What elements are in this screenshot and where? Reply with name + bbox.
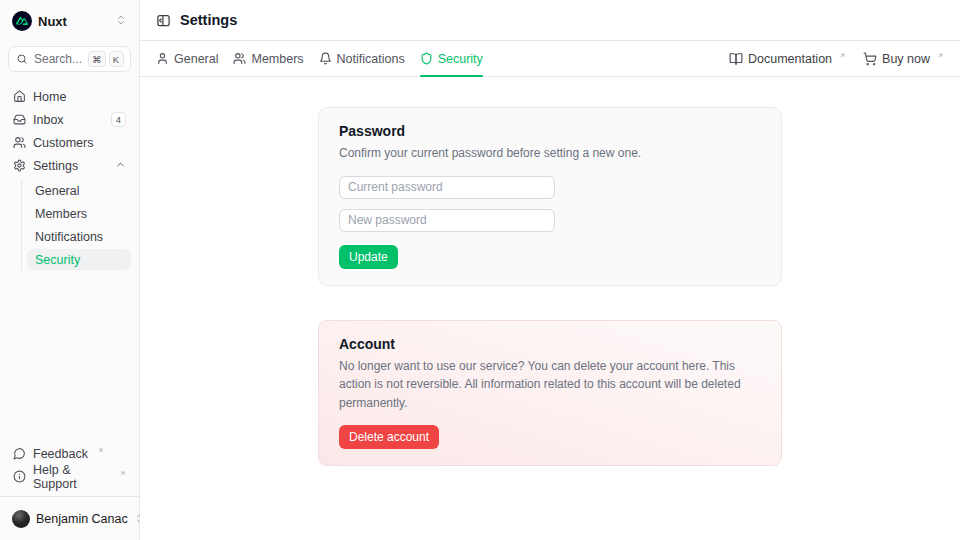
tab-notifications[interactable]: Notifications: [319, 41, 405, 76]
sidebar-item-security[interactable]: Security: [27, 249, 131, 270]
tab-label: General: [174, 52, 218, 66]
tab-members[interactable]: Members: [233, 41, 303, 76]
sidebar-item-members[interactable]: Members: [27, 203, 131, 224]
delete-account-button[interactable]: Delete account: [339, 425, 439, 449]
help-support-link[interactable]: Help & Support: [8, 466, 131, 487]
sidebar-item-label: Notifications: [35, 230, 103, 244]
gear-icon: [13, 159, 26, 172]
inbox-icon: [13, 113, 26, 126]
tab-security[interactable]: Security: [420, 41, 483, 76]
user-icon: [156, 52, 169, 65]
documentation-label: Documentation: [748, 52, 832, 66]
password-card-description: Confirm your current password before set…: [339, 144, 761, 163]
tab-general[interactable]: General: [156, 41, 218, 76]
sidebar-item-label: Members: [35, 207, 87, 221]
sidebar-item-label: Settings: [33, 159, 78, 173]
current-password-field[interactable]: [339, 176, 555, 199]
shield-icon: [420, 52, 433, 65]
divider: [0, 496, 139, 497]
panel-left-close-icon: [156, 13, 171, 28]
inbox-count-badge: 4: [111, 112, 126, 127]
account-card-description: No longer want to use our service? You c…: [339, 357, 761, 413]
app-window: Nuxt Search... ⌘ K Home Inbox 4 Cu: [0, 0, 960, 540]
info-icon: [13, 470, 26, 483]
sidebar-item-notifications[interactable]: Notifications: [27, 226, 131, 247]
bell-icon: [319, 52, 332, 65]
sidebar-item-settings[interactable]: Settings: [8, 155, 131, 176]
avatar: [12, 510, 30, 528]
sidebar-item-label: Inbox: [33, 113, 64, 127]
sidebar-item-label: General: [35, 184, 79, 198]
user-menu[interactable]: Benjamin Canac: [8, 506, 131, 532]
sidebar-footer: Feedback Help & Support Benjamin Canac: [8, 443, 131, 532]
update-password-button[interactable]: Update: [339, 245, 398, 269]
external-link-icon: [839, 48, 846, 62]
external-link-icon: [119, 466, 126, 480]
settings-submenu: General Members Notifications Security: [21, 180, 131, 270]
sidebar-item-label: Home: [33, 90, 66, 104]
buy-now-label: Buy now: [882, 52, 930, 66]
search-icon: [16, 53, 28, 65]
user-name: Benjamin Canac: [36, 512, 128, 526]
sidebar-nav: Home Inbox 4 Customers Settings General …: [8, 86, 131, 270]
tab-label: Security: [438, 52, 483, 66]
users-icon: [13, 136, 26, 149]
account-card: Account No longer want to use our servic…: [318, 320, 782, 467]
search-kbd-group: ⌘ K: [88, 51, 124, 67]
sidebar-item-label: Customers: [33, 136, 93, 150]
sidebar-item-inbox[interactable]: Inbox 4: [8, 109, 131, 130]
kbd-k: K: [109, 51, 124, 67]
sidebar-item-label: Security: [35, 253, 80, 267]
workspace-name: Nuxt: [38, 14, 67, 29]
book-open-icon: [729, 52, 743, 66]
tab-label: Notifications: [337, 52, 405, 66]
password-fields: [339, 176, 761, 232]
nuxt-logo-icon: [12, 11, 32, 31]
help-support-label: Help & Support: [33, 463, 110, 491]
feedback-label: Feedback: [33, 447, 88, 461]
password-card-title: Password: [339, 123, 761, 139]
password-card: Password Confirm your current password b…: [318, 107, 782, 286]
settings-content: Password Confirm your current password b…: [140, 77, 960, 540]
sidebar-item-customers[interactable]: Customers: [8, 132, 131, 153]
workspace-switcher[interactable]: Nuxt: [8, 8, 131, 34]
sidebar: Nuxt Search... ⌘ K Home Inbox 4 Cu: [0, 0, 140, 540]
chevron-up-down-icon: [115, 12, 127, 30]
documentation-link[interactable]: Documentation: [729, 41, 846, 76]
search-placeholder: Search...: [34, 52, 82, 66]
shopping-cart-icon: [863, 52, 877, 66]
external-link-icon: [97, 443, 104, 457]
page-title: Settings: [180, 12, 237, 28]
sidebar-item-home[interactable]: Home: [8, 86, 131, 107]
account-card-title: Account: [339, 336, 761, 352]
buy-now-link[interactable]: Buy now: [863, 41, 944, 76]
users-icon: [233, 52, 246, 65]
page-header: Settings: [140, 0, 960, 41]
chevron-up-icon: [115, 159, 126, 173]
home-icon: [13, 90, 26, 103]
chat-bubble-icon: [13, 447, 26, 460]
tab-label: Members: [251, 52, 303, 66]
sidebar-item-general[interactable]: General: [27, 180, 131, 201]
settings-tabbar: General Members Notifications Security D…: [140, 41, 960, 77]
collapse-sidebar-button[interactable]: [156, 13, 171, 28]
external-link-icon: [937, 48, 944, 62]
main-panel: Settings General Members Notifications S…: [140, 0, 960, 540]
feedback-link[interactable]: Feedback: [8, 443, 131, 464]
search-input[interactable]: Search... ⌘ K: [8, 46, 131, 72]
new-password-field[interactable]: [339, 209, 555, 232]
tabbar-spacer: [498, 41, 714, 76]
kbd-cmd: ⌘: [88, 51, 106, 67]
